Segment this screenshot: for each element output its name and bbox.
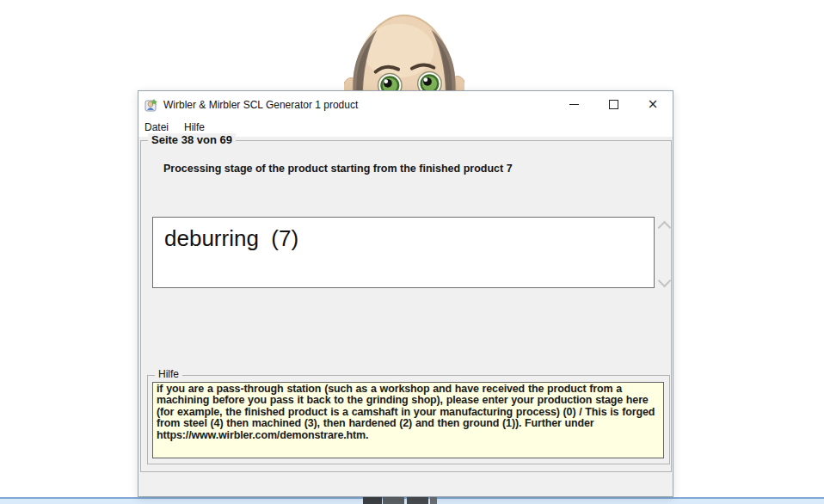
minimize-icon [569, 104, 579, 105]
peeking-cartoon-head [344, 7, 464, 93]
stage-input[interactable]: deburring (7) [152, 217, 655, 288]
help-box: if you are a pass-through station (such … [152, 382, 664, 458]
stage-input-value: deburring (7) [164, 225, 298, 252]
menu-item-datei[interactable]: Datei [145, 121, 169, 133]
page-group-label: Seite 38 von 69 [148, 133, 236, 146]
titlebar[interactable]: Wirbler & Mirbler SCL Generator 1 produc… [138, 91, 673, 118]
menu-item-hilfe[interactable]: Hilfe [184, 121, 205, 133]
close-icon: × [648, 98, 659, 111]
close-window-button[interactable]: × [633, 91, 673, 118]
help-groupbox: Hilfe if you are a pass-through station … [147, 375, 670, 464]
minimize-button[interactable] [554, 91, 593, 118]
maximize-icon [609, 100, 618, 109]
window-controls: × [554, 91, 673, 118]
app-icon [145, 98, 159, 112]
instruction-text: Processing stage of the product starting… [163, 163, 513, 175]
window-title: Wirbler & Mirbler SCL Generator 1 produc… [163, 99, 358, 111]
cartoon-head-illustration [344, 7, 464, 98]
help-text: if you are a pass-through station (such … [157, 384, 660, 441]
maximize-button[interactable] [593, 91, 633, 118]
app-window: Wirbler & Mirbler SCL Generator 1 produc… [138, 90, 673, 497]
help-group-label: Hilfe [155, 368, 182, 381]
client-area: Seite 38 von 69 Processing stage of the … [138, 137, 673, 496]
